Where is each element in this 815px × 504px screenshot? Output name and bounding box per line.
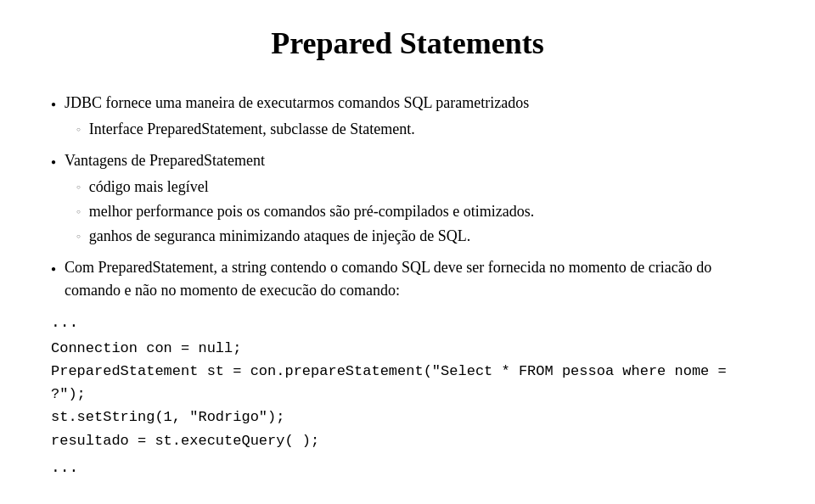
main-bullet-3-text: Com PreparedStatement, a string contendo… [65,256,764,302]
sub-bullet-1-1-text: Interface PreparedStatement, subclasse d… [89,118,415,141]
code-line-2: PreparedStatement st = con.prepareStatem… [51,360,764,406]
sub-bullet-icon-2-3: ○ [76,232,81,242]
sub-bullet-1-1: ○ Interface PreparedStatement, subclasse… [76,118,764,141]
code-line-1: Connection con = null; [51,337,764,360]
sub-bullet-2-2-text: melhor performance pois os comandos são … [89,200,534,223]
sub-bullet-2-1-text: código mais legível [89,176,209,199]
main-bullet-1-text: JDBC fornece uma maneira de executarmos … [65,92,529,115]
bullet-section-3: ● Com PreparedStatement, a string conten… [51,256,764,302]
sub-bullet-icon-1-1: ○ [76,125,81,135]
content-area: ● JDBC fornece uma maneira de executarmo… [51,92,764,480]
main-bullet-1: ● JDBC fornece uma maneira de executarmo… [51,92,764,115]
sub-bullet-2-2: ○ melhor performance pois os comandos sã… [76,200,764,223]
ellipsis-2: ... [51,456,764,480]
sub-bullet-2-1: ○ código mais legível [76,176,764,199]
main-bullet-2: ● Vantagens de PreparedStatement [51,149,764,172]
bullet-section-2: ● Vantagens de PreparedStatement ○ códig… [51,149,764,248]
bullet-icon-2: ● [51,155,56,168]
ellipsis-1: ... [51,311,764,335]
bullet-section-1: ● JDBC fornece uma maneira de executarmo… [51,92,764,141]
sub-bullet-2-3-text: ganhos de seguranca minimizando ataques … [89,225,470,248]
code-line-4: resultado = st.executeQuery( ); [51,429,764,452]
sub-bullet-2-3: ○ ganhos de seguranca minimizando ataque… [76,225,764,248]
code-block: ... Connection con = null; PreparedState… [51,311,764,480]
main-bullet-2-text: Vantagens de PreparedStatement [65,149,265,172]
code-line-3: st.setString(1, "Rodrigo"); [51,406,764,428]
main-bullet-3: ● Com PreparedStatement, a string conten… [51,256,764,302]
bullet-icon-1: ● [51,98,56,110]
page-title: Prepared Statements [51,25,764,61]
sub-bullet-icon-2-1: ○ [76,182,81,193]
sub-bullet-icon-2-2: ○ [76,207,81,217]
bullet-icon-3: ● [51,262,56,275]
